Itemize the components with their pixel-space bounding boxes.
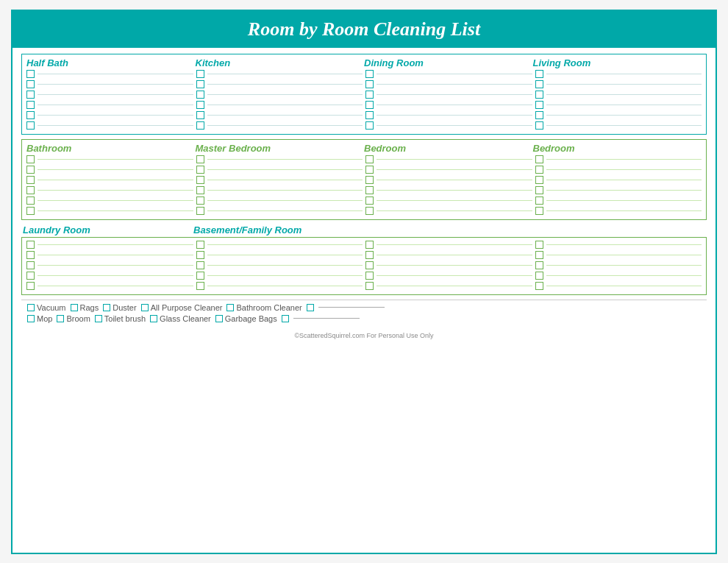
supply-checkbox-duster[interactable]	[103, 304, 110, 311]
supply-checkbox-garbagebags[interactable]	[215, 315, 223, 322]
supply-checkbox-bathcleaner[interactable]	[226, 304, 234, 311]
checkbox[interactable]	[26, 155, 35, 163]
line	[546, 105, 702, 105]
checkbox[interactable]	[365, 282, 374, 290]
checkbox[interactable]	[535, 111, 543, 119]
header-masterbedroom: Master Bedroom	[196, 143, 365, 154]
supply-checkbox-allpurpose[interactable]	[141, 304, 149, 311]
content: Half Bath Kitchen Dining Room Living Roo…	[13, 48, 715, 553]
supply-checkbox-glasscleaner[interactable]	[150, 315, 157, 322]
checkbox[interactable]	[196, 261, 204, 269]
checkbox[interactable]	[196, 101, 204, 109]
checkbox[interactable]	[196, 196, 204, 205]
table-row	[365, 111, 532, 119]
checkbox[interactable]	[535, 155, 543, 163]
table-row	[365, 196, 532, 205]
checkbox[interactable]	[196, 155, 204, 163]
supply-checkbox-vacuum[interactable]	[27, 304, 35, 311]
checkbox[interactable]	[26, 80, 35, 88]
checkbox[interactable]	[365, 261, 374, 269]
checkbox[interactable]	[535, 70, 543, 78]
checkbox[interactable]	[26, 196, 35, 205]
supply-checkbox-extra2[interactable]	[282, 315, 289, 322]
checkbox[interactable]	[26, 241, 35, 249]
checkbox[interactable]	[196, 121, 204, 130]
checkbox[interactable]	[26, 111, 35, 119]
checkbox[interactable]	[365, 70, 374, 78]
line	[546, 286, 702, 286]
checkbox[interactable]	[26, 261, 35, 269]
checkbox[interactable]	[196, 80, 204, 88]
checkbox[interactable]	[196, 166, 204, 174]
line	[38, 105, 193, 105]
checkbox[interactable]	[26, 207, 35, 215]
supply-checkbox-rags[interactable]	[71, 304, 78, 311]
checkbox[interactable]	[365, 207, 374, 215]
checkbox[interactable]	[26, 186, 35, 194]
checkbox[interactable]	[26, 251, 35, 259]
table-row	[26, 261, 193, 269]
checkbox[interactable]	[365, 272, 374, 280]
checkbox[interactable]	[365, 101, 374, 109]
checkbox[interactable]	[196, 91, 204, 99]
checkbox[interactable]	[365, 155, 374, 163]
checkbox[interactable]	[535, 251, 543, 259]
checkbox[interactable]	[535, 166, 543, 174]
checkbox[interactable]	[26, 91, 35, 99]
checkbox[interactable]	[365, 196, 374, 205]
checkbox[interactable]	[365, 91, 374, 99]
table-row	[196, 121, 363, 130]
checkbox[interactable]	[365, 111, 374, 119]
checkbox[interactable]	[365, 176, 374, 184]
checkbox[interactable]	[196, 282, 204, 290]
checkbox[interactable]	[535, 272, 543, 280]
header-bedroom1: Bedroom	[364, 143, 533, 154]
checkbox[interactable]	[26, 166, 35, 174]
checkbox[interactable]	[535, 282, 543, 290]
section1-headers: Half Bath Kitchen Dining Room Living Roo…	[26, 57, 702, 68]
supply-label-broom: Broom	[66, 314, 90, 323]
checkbox[interactable]	[365, 166, 374, 174]
checkbox[interactable]	[196, 111, 204, 119]
checkbox[interactable]	[535, 101, 543, 109]
line	[377, 255, 532, 255]
table-row	[26, 272, 193, 280]
supply-rags: Rags	[71, 303, 99, 312]
table-row	[365, 251, 532, 259]
checkbox[interactable]	[196, 70, 204, 78]
checkbox[interactable]	[196, 251, 204, 259]
checkbox[interactable]	[535, 207, 543, 215]
line	[377, 180, 532, 180]
checkbox[interactable]	[26, 121, 35, 130]
checkbox[interactable]	[26, 70, 35, 78]
table-row	[26, 241, 193, 249]
checkbox[interactable]	[535, 196, 543, 205]
checkbox[interactable]	[535, 91, 543, 99]
checkbox[interactable]	[196, 186, 204, 194]
line	[207, 74, 363, 74]
supply-checkbox-broom[interactable]	[57, 315, 64, 322]
checkbox[interactable]	[535, 241, 543, 249]
checkbox[interactable]	[535, 261, 543, 269]
checkbox[interactable]	[196, 176, 204, 184]
checkbox[interactable]	[365, 241, 374, 249]
checkbox[interactable]	[196, 207, 204, 215]
checkbox[interactable]	[26, 101, 35, 109]
checkbox[interactable]	[196, 272, 204, 280]
checkbox[interactable]	[365, 186, 374, 194]
supply-checkbox-mop[interactable]	[27, 315, 35, 322]
checkbox[interactable]	[26, 176, 35, 184]
supply-checkbox-extra1[interactable]	[307, 304, 314, 311]
checkbox[interactable]	[535, 186, 543, 194]
line	[207, 265, 363, 266]
checkbox[interactable]	[196, 241, 204, 249]
checkbox[interactable]	[535, 121, 543, 130]
checkbox[interactable]	[365, 80, 374, 88]
checkbox[interactable]	[365, 121, 374, 130]
checkbox[interactable]	[26, 272, 35, 280]
checkbox[interactable]	[535, 80, 543, 88]
checkbox[interactable]	[365, 251, 374, 259]
supply-checkbox-toiletbrush[interactable]	[95, 315, 102, 322]
checkbox[interactable]	[26, 282, 35, 290]
checkbox[interactable]	[535, 176, 543, 184]
